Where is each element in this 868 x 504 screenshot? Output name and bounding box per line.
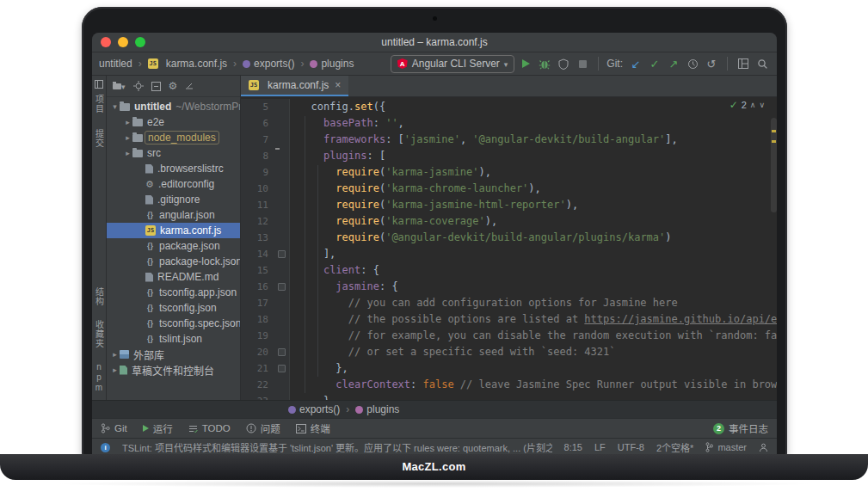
tree-item-karma-conf-js[interactable]: karma.conf.js	[107, 223, 240, 238]
minimize-window-button[interactable]	[118, 37, 128, 47]
status-message[interactable]: TSLint: 项目代码样式和编辑器设置基于 'tslint.json' 更新。…	[122, 440, 552, 454]
fold-marker-icon[interactable]	[278, 348, 286, 356]
gutter-cell[interactable]	[274, 344, 290, 360]
gutter-cell[interactable]	[274, 246, 290, 262]
code-line-22[interactable]: 22 clearContext: false // leave Jasmine …	[241, 377, 777, 393]
inspection-widget[interactable]: 2	[729, 99, 765, 111]
run-with-coverage-button[interactable]	[556, 56, 571, 71]
code-line-10[interactable]: 10 require('karma-chrome-launcher'),	[241, 181, 777, 197]
toolbar-button-todo[interactable]: TODO	[188, 423, 231, 433]
breadcrumb-exports[interactable]: exports()	[243, 58, 306, 70]
code-line-23[interactable]: 23 },	[241, 393, 777, 400]
tree-item-gitignore[interactable]: .gitignore	[107, 192, 240, 207]
toolbar-button-git[interactable]: Git	[101, 423, 127, 433]
gutter-cell[interactable]	[274, 279, 290, 295]
tree-item-browserslistrc[interactable]: .browserslistrc	[107, 161, 240, 176]
tree-item-node-modules[interactable]: node_modules	[107, 130, 240, 145]
git-update-button[interactable]	[628, 56, 643, 71]
fold-marker-icon[interactable]	[278, 365, 286, 372]
collapse-all-button[interactable]	[151, 82, 161, 91]
indent-widget[interactable]: 2个空格*	[656, 440, 693, 454]
stripe-button-npm[interactable]: npm	[95, 362, 104, 393]
tree-item-tsconfig-app-json[interactable]: tsconfig.app.json	[107, 285, 240, 300]
rollback-button[interactable]	[704, 56, 719, 71]
tree-item-editorconfig[interactable]: .editorconfig	[107, 176, 240, 192]
stripe-button-project[interactable]: 项目	[93, 95, 106, 114]
zoom-window-button[interactable]	[135, 37, 145, 47]
gutter-cell[interactable]	[274, 148, 290, 164]
tree-item-readme-md[interactable]: README.md	[107, 269, 240, 285]
breadcrumb-karma-conf[interactable]: karma.conf.js	[148, 58, 239, 70]
tree-item-tsconfig-json[interactable]: tsconfig.json	[107, 300, 240, 316]
highlighting-level-button[interactable]	[759, 443, 768, 452]
run-button[interactable]	[518, 56, 533, 71]
tree-item-tslint-json[interactable]: tslint.json	[107, 331, 240, 347]
editor-tab-karma-conf[interactable]: karma.conf.js	[241, 76, 348, 96]
code-line-19[interactable]: 19 // for example, you can disable the r…	[241, 328, 777, 344]
code-line-13[interactable]: 13 require('@angular-devkit/build-angula…	[241, 230, 777, 246]
stop-button[interactable]	[575, 56, 590, 71]
tree-item-scratches[interactable]: 草稿文件和控制台	[107, 362, 240, 378]
fold-marker-icon[interactable]	[278, 283, 286, 291]
search-everywhere-button[interactable]	[754, 56, 770, 71]
close-window-button[interactable]	[101, 37, 111, 47]
settings-gear-icon[interactable]	[169, 80, 178, 92]
tree-item-e2e[interactable]: e2e	[107, 114, 240, 130]
local-history-button[interactable]	[685, 56, 700, 71]
expander-right-icon[interactable]	[123, 133, 132, 142]
code-line-21[interactable]: 21 },	[241, 360, 777, 377]
breadcrumb-plugins[interactable]: plugins	[355, 403, 399, 415]
run-configuration-select[interactable]: Angular CLI Server	[391, 55, 515, 73]
toolbar-button-terminal[interactable]: 终端	[296, 421, 330, 435]
code-line-20[interactable]: 20 // or set a specific seed with `seed:…	[241, 344, 777, 360]
code-line-9[interactable]: 9 require('karma-jasmine'),	[241, 164, 777, 181]
chevron-up-icon[interactable]	[750, 101, 756, 109]
git-commit-button[interactable]	[647, 56, 662, 71]
project-tool-window-icon[interactable]	[95, 80, 103, 89]
warning-stripe-mark[interactable]	[772, 140, 776, 143]
expander-right-icon[interactable]	[110, 350, 120, 359]
tree-item-external-libraries[interactable]: 外部库	[107, 347, 240, 362]
close-tab-icon[interactable]	[335, 80, 341, 90]
code-line-11[interactable]: 11 require('karma-jasmine-html-reporter'…	[241, 197, 777, 213]
tool-windows-button[interactable]	[736, 56, 751, 71]
breadcrumb-plugins[interactable]: plugins	[310, 58, 354, 70]
code-line-8[interactable]: 8 plugins: [	[241, 148, 777, 164]
fold-marker-icon[interactable]	[278, 250, 286, 258]
code-line-6[interactable]: 6 basePath: '',	[241, 115, 777, 132]
expander-right-icon[interactable]	[123, 149, 132, 157]
code-line-12[interactable]: 12 require('karma-coverage'),	[241, 213, 777, 230]
git-branch-widget[interactable]: master	[705, 442, 747, 452]
locate-file-button[interactable]	[133, 81, 144, 91]
tree-item-package-lock-json[interactable]: package-lock.json	[107, 254, 240, 269]
caret-position-widget[interactable]: 8:15	[564, 442, 582, 452]
encoding-widget[interactable]: UTF-8	[618, 442, 644, 452]
code-line-14[interactable]: 14 ],	[241, 246, 777, 262]
hide-panel-button[interactable]	[185, 82, 194, 90]
code-line-16[interactable]: 16 jasmine: {	[241, 279, 777, 295]
line-ending-widget[interactable]: LF	[594, 442, 606, 452]
tree-item-src[interactable]: src	[107, 145, 240, 161]
stripe-button-structure[interactable]: 结构	[93, 287, 106, 306]
debug-button[interactable]	[537, 56, 552, 71]
code-line-17[interactable]: 17 // you can add configuration options …	[241, 295, 777, 311]
stripe-button-commit[interactable]: 提交	[93, 129, 106, 148]
toolbar-button-problems[interactable]: 问题	[246, 421, 280, 435]
expander-right-icon[interactable]	[123, 118, 132, 126]
code-line-7[interactable]: 7 frameworks: ['jasmine', '@angular-devk…	[241, 132, 777, 148]
project-view-selector[interactable]	[113, 80, 126, 92]
stripe-button-favorites[interactable]: 收藏夹	[93, 320, 106, 348]
tree-item-tsconfig-spec-json[interactable]: tsconfig.spec.json	[107, 316, 240, 331]
warning-stripe-mark[interactable]	[772, 130, 776, 132]
tree-item-package-json[interactable]: package.json	[107, 238, 240, 254]
tree-item-angular-json[interactable]: angular.json	[107, 207, 240, 223]
git-push-button[interactable]	[666, 56, 681, 71]
code-line-5[interactable]: 5 config.set({	[241, 99, 777, 115]
event-log-button[interactable]: 2 事件日志	[713, 421, 768, 435]
expander-right-icon[interactable]	[110, 366, 120, 374]
chevron-down-icon[interactable]	[759, 101, 765, 109]
gutter-cell[interactable]	[274, 360, 290, 377]
toolbar-button-run[interactable]: 运行	[143, 421, 173, 435]
expander-down-icon[interactable]	[110, 102, 120, 111]
editor-viewport[interactable]: 5 config.set({6 basePath: '',7 framework…	[241, 97, 777, 400]
